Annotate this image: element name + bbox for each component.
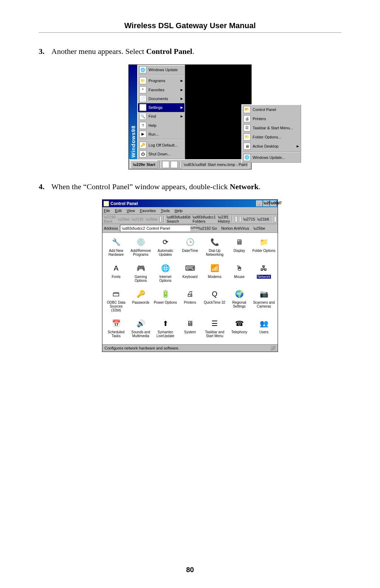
- cp-icon-display[interactable]: 🖥Display: [227, 236, 252, 260]
- cp-icon-scheduled[interactable]: 📅ScheduledTasks: [104, 317, 128, 341]
- start-menu-item[interactable]: 🔍Find▶: [138, 112, 184, 121]
- move-to-icon[interactable]: [235, 216, 237, 222]
- menu-item-label: Printers: [253, 117, 299, 121]
- menu-help[interactable]: Help: [175, 209, 183, 213]
- menu-favorites[interactable]: Favorites: [140, 209, 156, 213]
- start-menu-item[interactable]: ?Help: [138, 121, 184, 130]
- forward-button[interactable]: \u2192: [132, 217, 144, 221]
- folders-button[interactable]: \ud83d\udcc1 Folders: [192, 215, 216, 223]
- submenu-item[interactable]: 📁Folder Options...: [242, 132, 300, 142]
- icon-label: Fonts: [112, 275, 120, 279]
- cp-icon-dial-up[interactable]: 📞Dial-UpNetworking: [202, 236, 227, 260]
- step-text: When the “Control Panel” window appears,…: [51, 181, 341, 192]
- up-button[interactable]: [160, 216, 162, 222]
- start-menu-item[interactable]: 🌐Windows Update: [138, 66, 184, 74]
- menu-file[interactable]: File: [104, 209, 110, 213]
- cp-icon-keyboard[interactable]: ⌨Keyboard: [178, 262, 202, 286]
- start-menu-item[interactable]: ⏻Shut Down...: [138, 150, 184, 159]
- cp-icon-symantec[interactable]: ⬆SymantecLiveUpdate: [153, 317, 178, 341]
- cp-icon-date-time[interactable]: 🕒Date/Time: [178, 236, 202, 260]
- start-menu-item[interactable]: ▶Run...: [138, 130, 184, 138]
- norton-dropdown[interactable]: \u25be: [253, 226, 265, 230]
- icon-label-2: Programs: [133, 253, 148, 256]
- menu-separator: [242, 151, 300, 152]
- cp-icon-automatic[interactable]: ⟳AutomaticUpdates: [153, 236, 178, 260]
- go-button[interactable]: \u2192Go: [199, 226, 217, 230]
- search-button[interactable]: \ud83d\udd0d Search: [167, 215, 190, 223]
- start-menu-item[interactable]: 📄Documents▶: [138, 94, 184, 103]
- cp-icon-add-new[interactable]: 🔧Add NewHardware: [104, 236, 128, 260]
- quicklaunch-icon[interactable]: [171, 161, 178, 168]
- cp-icon-system[interactable]: 🖥System: [178, 317, 202, 341]
- cp-icon-folder-options[interactable]: 📁Folder Options: [252, 236, 276, 260]
- cp-icon-regional[interactable]: 🌍RegionalSettings: [227, 287, 252, 316]
- cp-icon-gaming[interactable]: 🎮GamingOptions: [128, 262, 153, 286]
- quicklaunch-icon[interactable]: [162, 161, 169, 168]
- cp-icon-printers[interactable]: 🖨Printers: [178, 287, 202, 316]
- cp-icon-fonts[interactable]: AFonts: [104, 262, 128, 286]
- menu-item-label: Active Desktop: [253, 144, 294, 148]
- back-dropdown[interactable]: \u25be: [118, 217, 130, 221]
- address-combo[interactable]: \ud83d\udcc2 Control Panel \u25be: [120, 225, 197, 232]
- menu-item-icon: 🖨: [243, 115, 251, 122]
- cp-icon-mouse[interactable]: 🖱Mouse: [227, 262, 252, 286]
- submenu-item[interactable]: 🖨Printers: [242, 114, 300, 123]
- icon-label: Network: [257, 275, 271, 279]
- start-menu-item[interactable]: 📁Programs▶: [138, 76, 184, 85]
- menu-item-icon: ?: [139, 122, 146, 129]
- copy-to-icon[interactable]: [239, 216, 241, 222]
- submenu-item[interactable]: 🖥Active Desktop▶: [242, 142, 300, 151]
- icon-label-2: Cameras: [257, 304, 271, 308]
- cp-icon-modems[interactable]: 📶Modems: [202, 262, 227, 286]
- cp-icon-sounds-and[interactable]: 🔊Sounds andMultimedia: [128, 317, 153, 341]
- cp-icon-power-options[interactable]: 🔋Power Options: [153, 287, 178, 316]
- views-button[interactable]: [274, 216, 276, 222]
- menu-edit[interactable]: Edit: [115, 209, 122, 213]
- icon-label: Regional: [232, 301, 246, 304]
- start-menu-item[interactable]: 🔑Log Off Default...: [138, 141, 184, 149]
- cp-icon-users[interactable]: 👥Users: [252, 317, 276, 341]
- close-button[interactable]: \u00d7: [270, 200, 277, 206]
- menu-tools[interactable]: Tools: [161, 209, 170, 213]
- submenu-item[interactable]: ☰Taskbar & Start Menu...: [242, 123, 300, 132]
- figure-control-panel: Control Panel _ \u25a1 \u00d7 FileEditVi…: [102, 199, 278, 352]
- cp-icon-network[interactable]: 🖧Network: [252, 262, 276, 286]
- cp-icon-odbc-data[interactable]: 🗃ODBC DataSources (32bit): [104, 287, 128, 316]
- icon-label: ODBC Data: [107, 301, 126, 304]
- cp-icon-add-remove[interactable]: 💿Add/RemovePrograms: [128, 236, 153, 260]
- dropdown-icon[interactable]: \u25be: [190, 225, 196, 231]
- forward-dropdown[interactable]: \u25be: [146, 217, 158, 221]
- submenu-arrow-icon: ▶: [180, 97, 183, 100]
- taskbar-item-paint[interactable]: \ud83c\udfa8 Start menu.bmp - Paint: [182, 161, 249, 168]
- windows-logo-icon: \u229e: [133, 162, 145, 167]
- undo-icon[interactable]: \u21b6: [257, 217, 269, 221]
- start-menu-item[interactable]: ⚙Settings▶: [138, 103, 184, 112]
- menubar: FileEditViewFavoritesToolsHelp: [102, 207, 278, 215]
- submenu-item[interactable]: 🌐Windows Update...: [242, 153, 300, 162]
- icon-grid: 🔧Add NewHardware💿Add/RemovePrograms⟳Auto…: [102, 233, 278, 344]
- cp-icon-passwords[interactable]: 🔑Passwords: [128, 287, 153, 316]
- maximize-button[interactable]: \u25a1: [263, 200, 270, 206]
- menu-item-label: Settings: [148, 105, 178, 110]
- menu-view[interactable]: View: [127, 209, 135, 213]
- app-icon: 📅: [110, 318, 122, 329]
- cp-icon-scanners-and[interactable]: 📷Scanners andCameras: [252, 287, 276, 316]
- cp-icon-internet[interactable]: 🌐InternetOptions: [153, 262, 178, 286]
- delete-icon[interactable]: \u2715: [243, 217, 255, 221]
- cp-icon-quicktime-32[interactable]: QQuickTime 32: [202, 287, 227, 316]
- minimize-button[interactable]: _: [256, 200, 262, 206]
- start-menu-item[interactable]: *Favorites▶: [138, 85, 184, 94]
- resize-grip[interactable]: [271, 346, 276, 351]
- cp-icon-taskbar-and[interactable]: ☰Taskbar andStart Menu: [202, 317, 227, 341]
- menu-item-label: Programs: [148, 79, 178, 83]
- back-button[interactable]: \u2190 Back: [104, 215, 116, 223]
- menu-item-label: Documents: [148, 97, 178, 101]
- history-button[interactable]: \u23f1 History: [218, 215, 230, 223]
- menu-item-label: Help: [148, 123, 183, 128]
- icon-label: Add/Remove: [131, 249, 151, 253]
- cp-icon-telephony[interactable]: ☎Telephony: [227, 317, 252, 341]
- start-label: Start: [146, 162, 155, 167]
- submenu-item[interactable]: 📂Control Panel: [242, 105, 300, 114]
- icon-label: Folder Options: [252, 249, 276, 253]
- start-button[interactable]: \u229e Start: [130, 160, 158, 169]
